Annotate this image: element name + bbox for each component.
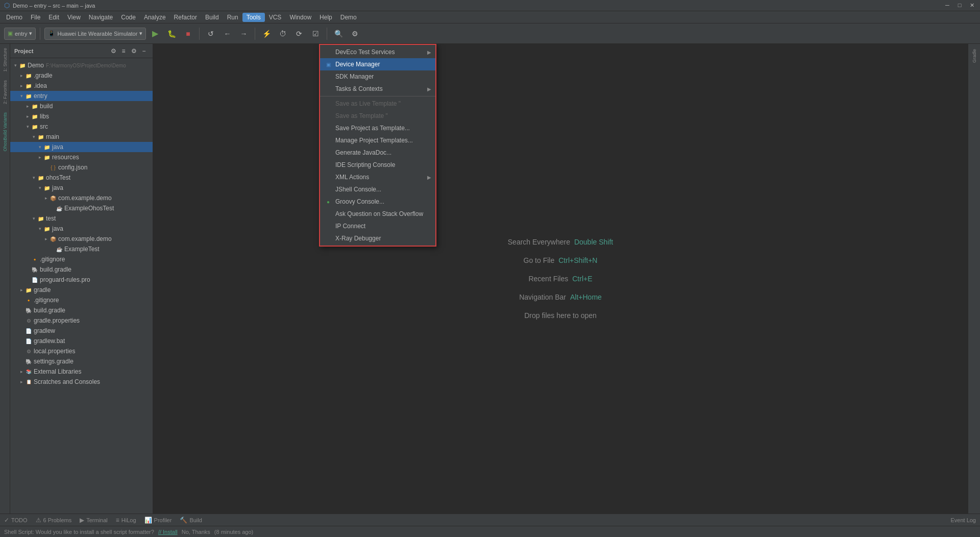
tree-item-proguard[interactable]: ▸ 📄 proguard-rules.pro: [10, 275, 153, 285]
menu-tasks-contexts[interactable]: Tasks & Contexts ▶: [320, 83, 435, 95]
menu-deveco-test[interactable]: DevEco Test Services ▶: [320, 46, 435, 58]
menu-run[interactable]: Run: [223, 13, 242, 22]
menu-tools[interactable]: Tools: [242, 13, 265, 22]
profile-btn[interactable]: ⏱: [276, 27, 290, 41]
problems-tab[interactable]: ⚠ 6 Problems: [36, 517, 72, 524]
device-dropdown[interactable]: 📱 Huawei Lite Wearable Simulator ▾: [44, 28, 146, 40]
coverage-btn[interactable]: ☑: [308, 27, 323, 41]
todo-tab[interactable]: ✓ TODO: [4, 517, 28, 524]
favorites-tab[interactable]: 2: Favorites: [2, 76, 9, 108]
panel-collapse-icon[interactable]: −: [139, 46, 149, 56]
sdk-manager-label: SDK Manager: [335, 73, 374, 80]
tree-item-external-libs[interactable]: ▸ 📚 External Libraries: [10, 367, 153, 377]
terminal-label: Terminal: [86, 517, 108, 523]
tree-item-resources[interactable]: ▸ 📁 resources: [10, 152, 153, 162]
tree-item-entry[interactable]: ▾ 📁 entry: [10, 91, 153, 101]
profiler-tab[interactable]: 📊 Profiler: [144, 517, 172, 524]
build-tab[interactable]: 🔨 Build: [180, 517, 202, 524]
menu-groovy[interactable]: ● Groovy Console...: [320, 196, 435, 208]
panel-title: Project: [14, 48, 33, 54]
search-everywhere-btn[interactable]: 🔍: [331, 27, 346, 41]
tree-item-exampletest[interactable]: ▸ ☕ ExampleTest: [10, 244, 153, 254]
stop-button[interactable]: ■: [181, 27, 195, 41]
build-run-btn[interactable]: ⚡: [259, 27, 274, 41]
menu-save-project-template[interactable]: Save Project as Template...: [320, 122, 435, 134]
menu-sdk-manager[interactable]: SDK Manager: [320, 70, 435, 83]
tree-item-settings-gradle[interactable]: ▸ 🐘 settings.gradle: [10, 356, 153, 367]
menu-xml-actions[interactable]: XML Actions ▶: [320, 171, 435, 183]
tree-item-root-build-gradle[interactable]: ▸ 🐘 build.gradle: [10, 305, 153, 315]
tree-item-src[interactable]: ▾ 📁 src: [10, 121, 153, 132]
tree-item-gradle[interactable]: ▸ 📁 .gradle: [10, 70, 153, 81]
tree-item-demo[interactable]: ▾ 📁 Demo F:\HarmonyOS\ProjectDemo\Demo: [10, 60, 153, 70]
menu-jshell[interactable]: JShell Console...: [320, 183, 435, 196]
menu-demo[interactable]: Demo: [2, 13, 27, 22]
tree-item-build[interactable]: ▸ 📁 build: [10, 101, 153, 111]
tree-item-gitignore-entry[interactable]: ▸ 🔸 .gitignore: [10, 254, 153, 264]
settings-btn[interactable]: ⚙: [348, 27, 362, 41]
title-bar: ⬡ Demo – entry – src – main – java ─ □ ✕: [0, 0, 980, 11]
tree-item-build-gradle-entry[interactable]: ▸ 🐘 build.gradle: [10, 264, 153, 275]
menu-ide-scripting[interactable]: IDE Scripting Console: [320, 159, 435, 171]
menu-demo2[interactable]: Demo: [336, 13, 361, 22]
menu-generate-javadoc[interactable]: Generate JavaDoc...: [320, 147, 435, 159]
tree-item-java[interactable]: ▾ 📁 java: [10, 142, 153, 152]
tree-item-scratches[interactable]: ▸ 📋 Scratches and Consoles: [10, 377, 153, 387]
sync-button[interactable]: ↺: [204, 27, 218, 41]
tree-item-idea[interactable]: ▸ 📁 .idea: [10, 81, 153, 91]
tree-item-test-package[interactable]: ▸ 📦 com.example.demo: [10, 234, 153, 244]
run-button[interactable]: ▶: [148, 27, 162, 41]
back-button[interactable]: ←: [220, 27, 234, 41]
panel-gear-icon[interactable]: ⚙: [129, 46, 138, 56]
tree-label-com-demo: com.example.demo: [58, 194, 112, 202]
install-link[interactable]: // Install: [158, 529, 178, 535]
menu-file[interactable]: File: [27, 13, 44, 22]
maximize-button[interactable]: □: [955, 2, 964, 9]
menu-analyze[interactable]: Analyze: [140, 13, 170, 22]
menu-vcs[interactable]: VCS: [265, 13, 286, 22]
tree-item-ohostest-java[interactable]: ▾ 📁 java: [10, 183, 153, 193]
menu-edit[interactable]: Edit: [44, 13, 63, 22]
debug-button[interactable]: 🐛: [164, 27, 179, 41]
tree-item-test[interactable]: ▾ 📁 test: [10, 213, 153, 224]
menu-navigate[interactable]: Navigate: [85, 13, 117, 22]
panel-layout-icon[interactable]: ≡: [119, 46, 128, 56]
tree-item-gradle-properties[interactable]: ▸ ⚙ gradle.properties: [10, 315, 153, 326]
tree-item-exampleohostest[interactable]: ▸ ☕ ExampleOhosTest: [10, 203, 153, 213]
menu-help[interactable]: Help: [315, 13, 336, 22]
minimize-button[interactable]: ─: [943, 2, 951, 9]
menu-ask-stackoverflow[interactable]: Ask Question on Stack Overflow: [320, 208, 435, 220]
menu-ip-connect[interactable]: IP Connect: [320, 220, 435, 232]
notification-dismiss[interactable]: No, Thanks: [182, 529, 210, 535]
tree-item-com-example-demo[interactable]: ▸ 📦 com.example.demo: [10, 193, 153, 203]
tree-item-gradlew-bat[interactable]: ▸ 📄 gradlew.bat: [10, 336, 153, 346]
tree-item-config-json[interactable]: ▸ { } config.json: [10, 162, 153, 173]
tree-item-test-java[interactable]: ▾ 📁 java: [10, 224, 153, 234]
menu-device-manager[interactable]: ▣ Device Manager: [320, 58, 435, 70]
menu-xray[interactable]: X-Ray Debugger: [320, 232, 435, 245]
menu-view[interactable]: View: [63, 13, 85, 22]
structure-tab[interactable]: 1: Structure: [2, 44, 9, 76]
menu-build[interactable]: Build: [201, 13, 223, 22]
tree-item-libs[interactable]: ▸ 📁 libs: [10, 111, 153, 121]
forward-button[interactable]: →: [236, 27, 251, 41]
gradle-right-tab[interactable]: Gradle: [971, 46, 978, 66]
ohos-build-tab[interactable]: OhosBuild Variants: [2, 108, 9, 155]
menu-manage-templates[interactable]: Manage Project Templates...: [320, 134, 435, 147]
tree-item-ohostest[interactable]: ▾ 📁 ohosTest: [10, 173, 153, 183]
project-dropdown[interactable]: ▣ entry ▾: [4, 28, 36, 40]
menu-refactor[interactable]: Refactor: [170, 13, 201, 22]
event-log-tab[interactable]: Event Log: [950, 517, 976, 523]
menu-code[interactable]: Code: [117, 13, 140, 22]
panel-settings-icon[interactable]: ⚙: [109, 46, 118, 56]
hilog-tab[interactable]: ≡ HiLog: [116, 517, 136, 524]
tree-item-local-properties[interactable]: ▸ ⚙ local.properties: [10, 346, 153, 356]
tree-item-main[interactable]: ▾ 📁 main: [10, 132, 153, 142]
close-button[interactable]: ✕: [968, 2, 976, 9]
tree-item-gradle-folder[interactable]: ▸ 📁 gradle: [10, 285, 153, 295]
terminal-tab[interactable]: ▶ Terminal: [80, 517, 108, 524]
menu-window[interactable]: Window: [285, 13, 315, 22]
tree-item-root-gitignore[interactable]: ▸ 🔸 .gitignore: [10, 295, 153, 305]
tree-item-gradlew[interactable]: ▸ 📄 gradlew: [10, 326, 153, 336]
reload-btn[interactable]: ⟳: [292, 27, 306, 41]
